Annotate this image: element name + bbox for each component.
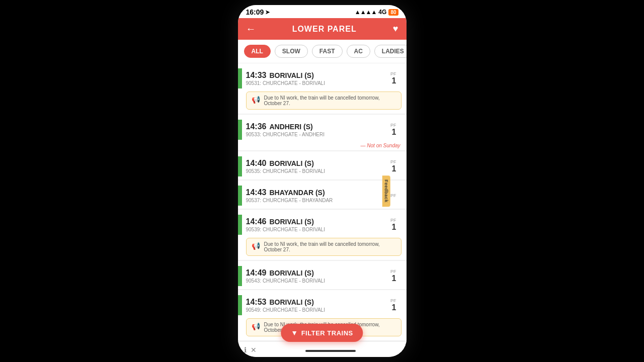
train-item[interactable]: 14:36 ANDHERI (S) 90533: CHURCHGATE - AN… [238, 115, 407, 150]
platform-label: PF [390, 218, 396, 223]
train-item[interactable]: 14:43 BHAYANDAR (S) 90537: CHURCHGATE - … [238, 180, 407, 209]
filter-tabs: ALL SLOW FAST AC LADIES [238, 40, 407, 63]
train-side-bar [238, 120, 242, 140]
not-on-sunday-note: — Not on Sunday [238, 143, 407, 150]
train-info: 14:36 ANDHERI (S) 90533: CHURCHGATE - AN… [246, 122, 390, 137]
train-time: 14:40 [246, 159, 267, 168]
train-item[interactable]: 14:46 BORIVALI (S) 90539: CHURCHGATE - B… [238, 210, 407, 260]
train-route: 90539: CHURCHGATE - BORIVALI [246, 227, 390, 232]
train-route: 90537: CHURCHGATE - BHAYANDAR [246, 198, 390, 203]
train-item[interactable]: 14:49 BORIVALI (S) 90543: CHURCHGATE - B… [238, 261, 407, 289]
filter-trains-label: FILTER TRAINS [301, 329, 353, 337]
info-icon: ℹ [244, 346, 247, 354]
train-list: Feedback 14:33 BORIVALI (S) 90531: CHURC… [238, 63, 407, 341]
train-item[interactable]: 14:40 BORIVALI (S) 90535: CHURCHGATE - B… [238, 151, 407, 179]
feedback-tab[interactable]: Feedback [382, 175, 390, 207]
train-cancellation-note: 📢 Due to NI work, the train will be canc… [246, 92, 401, 110]
train-destination: BORIVALI (S) [269, 269, 313, 277]
network-label: 4G [378, 9, 386, 16]
train-destination: BHAYANDAR (S) [269, 189, 325, 197]
status-bar: 16:09 ➤ ▲▲▲▲ 4G 80 [238, 5, 407, 18]
train-info: 14:40 BORIVALI (S) 90535: CHURCHGATE - B… [246, 159, 390, 174]
train-destination: ANDHERI (S) [269, 123, 312, 131]
filter-trains-button[interactable]: ▼ FILTER TRAINS [281, 324, 363, 342]
megaphone-icon: 📢 [252, 322, 260, 330]
favorite-button[interactable]: ♥ [393, 24, 398, 34]
train-route: 90543: CHURCHGATE - BORIVALI [246, 278, 390, 284]
platform-label: PF [390, 298, 396, 303]
train-time: 14:33 [246, 71, 267, 80]
platform-label: PF [390, 123, 396, 128]
train-info: 14:43 BHAYANDAR (S) 90537: CHURCHGATE - … [246, 188, 390, 203]
train-info: 14:33 BORIVALI (S) 90531: CHURCHGATE - B… [246, 71, 390, 86]
train-route: 90549: CHURCHGATE - BORIVALI [246, 307, 390, 313]
platform-number: 1 [390, 274, 396, 283]
page-title: LOWER PAREL [292, 25, 357, 34]
train-time: 14:53 [246, 298, 267, 307]
home-indicator [305, 350, 356, 352]
train-cancellation-note: 📢 Due to NI work, the train will be canc… [246, 238, 401, 256]
bottom-bar: ℹ ✕ [238, 341, 407, 357]
time-display: 16:09 [246, 8, 264, 16]
train-side-bar [238, 186, 242, 206]
train-info: 14:49 BORIVALI (S) 90543: CHURCHGATE - B… [246, 268, 390, 284]
header: ← LOWER PAREL ♥ [238, 18, 407, 40]
train-destination: BORIVALI (S) [269, 298, 313, 306]
megaphone-icon: 📢 [252, 242, 260, 250]
platform-number: 1 [390, 303, 396, 312]
platform-number: 1 [390, 76, 396, 85]
status-time: 16:09 ➤ [246, 8, 270, 16]
close-icon[interactable]: ✕ [251, 346, 257, 354]
train-item[interactable]: 14:33 BORIVALI (S) 90531: CHURCHGATE - B… [238, 63, 407, 114]
train-destination: BORIVALI (S) [269, 218, 313, 226]
filter-all[interactable]: ALL [244, 45, 271, 58]
train-side-bar [238, 68, 242, 88]
train-time: 14:43 [246, 188, 267, 197]
platform-label: PF [390, 159, 396, 164]
platform-label: PF [390, 269, 396, 274]
train-time: 14:49 [246, 268, 267, 278]
megaphone-icon: 📢 [252, 96, 260, 104]
train-info: 14:46 BORIVALI (S) 90539: CHURCHGATE - B… [246, 217, 390, 232]
train-time: 14:46 [246, 217, 267, 226]
platform-label: PF [390, 193, 396, 198]
filter-slow[interactable]: SLOW [275, 45, 308, 58]
train-side-bar [238, 266, 242, 286]
back-button[interactable]: ← [246, 23, 256, 35]
phone-frame: 16:09 ➤ ▲▲▲▲ 4G 80 ← LOWER PAREL ♥ ALL S… [238, 5, 407, 357]
train-route: 90531: CHURCHGATE - BORIVALI [246, 80, 390, 86]
status-icons: ▲▲▲▲ 4G 80 [355, 9, 398, 16]
train-route: 90533: CHURCHGATE - ANDHERI [246, 132, 390, 137]
filter-ladies[interactable]: LADIES [374, 45, 407, 58]
platform-label: PF [390, 71, 396, 76]
battery-indicator: 80 [388, 9, 398, 16]
train-side-bar [238, 215, 242, 235]
train-side-bar [238, 156, 242, 176]
filter-ac[interactable]: AC [347, 45, 370, 58]
train-destination: BORIVALI (S) [269, 159, 313, 167]
train-route: 90535: CHURCHGATE - BORIVALI [246, 168, 390, 174]
signal-icon: ▲▲▲▲ [355, 9, 377, 16]
platform-number: 1 [390, 223, 396, 232]
train-time: 14:36 [246, 122, 267, 131]
train-info: 14:53 BORIVALI (S) 90549: CHURCHGATE - B… [246, 298, 390, 313]
filter-icon: ▼ [291, 329, 298, 337]
platform-number: 1 [390, 164, 396, 173]
train-destination: BORIVALI (S) [269, 71, 313, 79]
filter-fast[interactable]: FAST [312, 45, 343, 58]
location-icon: ➤ [265, 9, 270, 16]
train-side-bar [238, 295, 242, 315]
platform-number: 1 [390, 128, 396, 137]
